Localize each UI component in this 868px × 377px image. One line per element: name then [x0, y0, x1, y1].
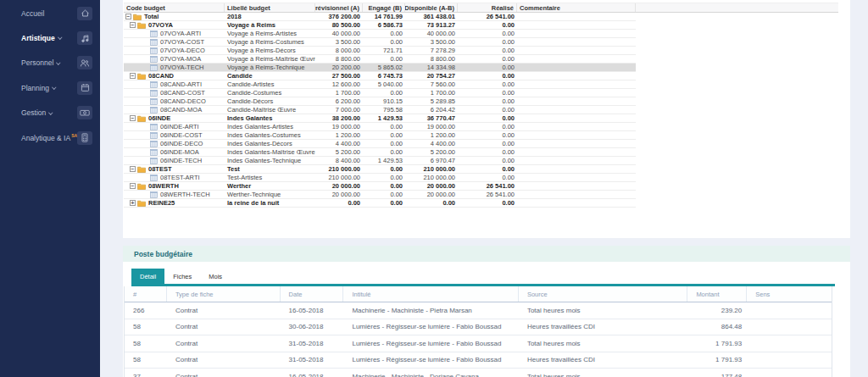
budget-row[interactable]: −08WERTHWerther20 000.000.0020 000.0026 … — [124, 182, 636, 191]
budget-row[interactable]: −06INDEIndes Galantes38 200.001 429.5336… — [124, 114, 636, 123]
poste-column-header-6[interactable]: Montant — [687, 286, 747, 302]
libelle-cell: Voyage à Reims-Maîtrise Œuvre — [225, 55, 315, 63]
realise-cell: 26 541.00 — [458, 13, 517, 20]
collapse-toggle[interactable]: − — [130, 115, 136, 121]
disponible-cell: 4 400.00 — [405, 140, 458, 147]
date-cell: 31-05-2018 — [281, 352, 344, 369]
poste-row[interactable]: 58Contrat31-05-2018Lumières - Régisseur-… — [125, 352, 832, 369]
realise-cell: 26 541.00 — [458, 182, 517, 190]
poste-row[interactable]: 266Contrat16-05-2018Machinerie - Machini… — [125, 302, 832, 319]
budget-row[interactable]: 06INDE-DECOIndes Galantes-Décors4 400.00… — [124, 140, 636, 148]
budget-row[interactable]: 07VOYA-TECHVoyage à Reims-Technique20 20… — [124, 64, 636, 72]
sidebar-item-artistique[interactable]: Artistique — [0, 25, 100, 50]
tab-mois[interactable]: Mois — [200, 269, 231, 284]
commentaire-cell — [517, 199, 636, 207]
engage-cell: 0.00 — [363, 148, 405, 156]
code-cell: 08TEST-ARTI — [124, 174, 225, 181]
poste-column-header-1[interactable]: # — [125, 286, 167, 302]
budget-row[interactable]: 08CAND-MOACandide-Maîtrise Œuvre7 000.00… — [124, 106, 636, 114]
libelle-cell: Werther-Technique — [225, 191, 315, 198]
engage-cell: 0.00 — [363, 30, 405, 37]
disponible-cell: 6 204.42 — [405, 106, 458, 114]
column-header-2[interactable]: Libellé budget — [225, 3, 315, 12]
poste-column-header-4[interactable]: Intitulé — [343, 286, 518, 302]
sidebar-item-gestion[interactable]: Gestion — [0, 101, 100, 125]
column-header-3[interactable]: Prévisionnel (A) — [315, 3, 363, 12]
collapse-toggle[interactable]: − — [130, 183, 136, 189]
folder-icon — [137, 22, 146, 29]
budget-row[interactable]: 07VOYA-MOAVoyage à Reims-Maîtrise Œuvre8… — [124, 55, 636, 64]
tab-détail[interactable]: Détail — [131, 269, 164, 284]
sidebar-item-accueil[interactable]: Accueil — [0, 1, 100, 25]
disponible-cell: 7 560.00 — [405, 80, 458, 88]
budget-row[interactable]: 08TEST-ARTITest-Artistes210 000.000.0021… — [124, 174, 636, 182]
sidebar-icon-analytique-ia-button[interactable] — [77, 131, 92, 145]
sidebar-icon-gestion-button[interactable] — [77, 106, 92, 119]
sidebar-icon-personnel-button[interactable] — [77, 56, 92, 69]
realise-cell: 0.00 — [458, 72, 517, 80]
commentaire-cell — [517, 148, 636, 156]
budget-row[interactable]: 06INDE-TECHIndes Galantes-Technique8 400… — [124, 157, 636, 165]
money-icon — [80, 108, 90, 117]
collapse-toggle[interactable]: − — [130, 22, 136, 28]
budget-row[interactable]: −08TESTTest210 000.000.00210 000.000.00 — [124, 165, 636, 174]
disponible-cell: 210 000.00 — [405, 165, 458, 173]
expand-toggle[interactable]: + — [130, 200, 136, 206]
poste-column-header-5[interactable]: Source — [519, 286, 687, 302]
budget-row[interactable]: 06INDE-COSTIndes Galantes-Costumes1 200.… — [124, 131, 636, 140]
poste-row[interactable]: 37Contrat16-05-2018Machinerie - Machinis… — [125, 369, 832, 377]
collapse-toggle[interactable]: − — [130, 166, 136, 172]
poste-row[interactable]: 58Contrat31-05-2018Lumières - Régisseur-… — [125, 335, 832, 352]
column-header-5[interactable]: Disponible (A-B) — [405, 3, 458, 12]
column-header-7[interactable]: Commentaire — [517, 3, 636, 12]
sidebar-item-personnel[interactable]: Personnel — [0, 51, 100, 75]
realise-cell: 26 541.00 — [458, 191, 517, 198]
sheet-icon — [150, 107, 158, 114]
budget-row[interactable]: 08CAND-ARTICandide-Artistes12 600.005 04… — [124, 80, 636, 89]
sidebar-item-analytique-ia[interactable]: Analytique & IASA — [0, 125, 100, 150]
poste-column-header-3[interactable]: Date — [281, 286, 344, 302]
budget-row[interactable]: 08CAND-DECOCandide-Décors6 200.00910.155… — [124, 97, 636, 106]
budget-row[interactable]: 08WERTH-TECHWerther-Technique20 000.000.… — [124, 191, 636, 199]
engage-cell: 0.00 — [363, 140, 405, 147]
budget-row[interactable]: 07VOYA-COSTVoyage à Reims-Costumes3 500.… — [124, 38, 636, 47]
code-cell: 08WERTH-TECH — [124, 191, 225, 198]
code-cell: 06INDE-DECO — [124, 140, 225, 147]
column-header-6[interactable]: Réalisé — [458, 3, 517, 12]
column-header-4[interactable]: Engagé (B) — [363, 3, 405, 12]
column-header-1[interactable]: Code budget — [124, 3, 225, 12]
budget-row[interactable]: −07VOYAVoyage à Reims80 500.006 586.7373… — [124, 21, 636, 30]
poste-column-header-7[interactable]: Sens — [747, 286, 832, 302]
budget-row[interactable]: 06INDE-MOAIndes Galantes-Maîtrise Œuvre5… — [124, 148, 636, 157]
people-icon — [80, 58, 90, 68]
libelle-cell: Voyage à Reims-Technique — [225, 64, 315, 71]
sheet-icon — [150, 90, 158, 97]
collapse-toggle[interactable]: − — [130, 73, 136, 79]
collapse-toggle[interactable]: − — [125, 14, 131, 19]
code-cell: −08TEST — [124, 165, 225, 173]
budget-row[interactable]: −Total2018376 200.0014 761.99361 438.012… — [124, 13, 636, 21]
previsionnel-cell: 20 200.00 — [315, 64, 363, 71]
sidebar-icon-accueil-button[interactable] — [77, 7, 92, 20]
engage-cell: 0.00 — [363, 89, 405, 97]
calculator-icon — [81, 133, 89, 142]
budget-row[interactable]: 07VOYA-DECOVoyage à Reims-Décors8 000.00… — [124, 47, 636, 55]
sidebar-item-planning[interactable]: Planning — [0, 75, 100, 100]
source-cell: Heures travaillées CDI — [519, 352, 687, 369]
tab-fiches[interactable]: Fiches — [164, 269, 200, 284]
budget-row[interactable]: 07VOYA-ARTIVoyage à Reims-Artistes40 000… — [124, 30, 636, 38]
poste-column-header-2[interactable]: Type de fiche — [167, 286, 281, 302]
poste-row[interactable]: 58Contrat30-06-2018Lumières - Régisseur-… — [125, 319, 832, 336]
code-cell: 07VOYA-MOA — [124, 55, 225, 63]
libelle-cell: Test-Artistes — [225, 174, 315, 181]
previsionnel-cell: 20 000.00 — [315, 191, 363, 198]
budget-row[interactable]: 06INDE-ARTIIndes Galantes-Artistes19 000… — [124, 123, 636, 131]
budget-row[interactable]: −08CANDCandide27 500.006 745.7320 754.27… — [124, 72, 636, 80]
sidebar-icon-planning-button[interactable] — [77, 81, 92, 95]
type-cell: Contrat — [167, 352, 281, 369]
budget-row[interactable]: 08CAND-COSTCandide-Costumes1 700.000.001… — [124, 89, 636, 97]
engage-cell: 1 429.53 — [363, 157, 405, 164]
realise-cell: 0.00 — [458, 114, 517, 122]
budget-row[interactable]: +REINE25la reine de la nuit0.000.000.000… — [124, 199, 636, 208]
sidebar-icon-artistique-button[interactable] — [77, 31, 92, 45]
